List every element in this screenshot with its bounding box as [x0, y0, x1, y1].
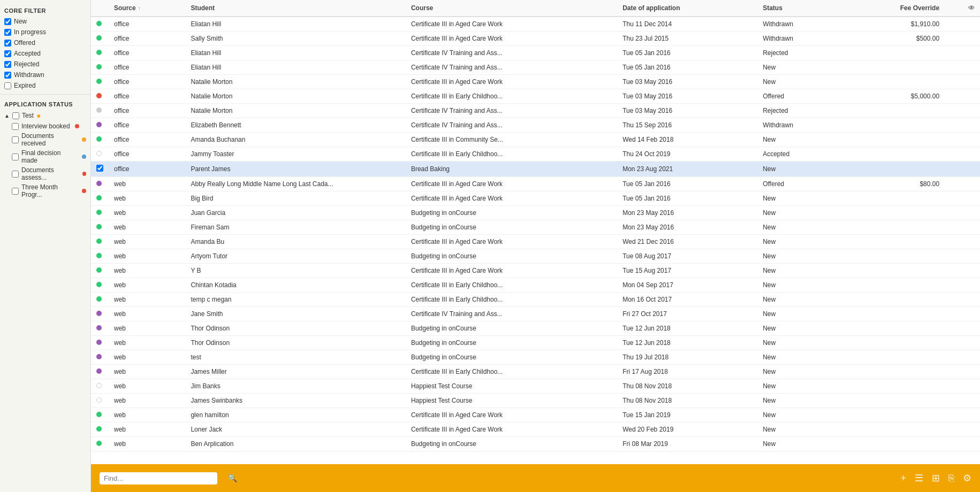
filter-checkbox-3[interactable]: [4, 50, 11, 57]
table-container[interactable]: Source ↑ Student Course Date of applicat…: [91, 0, 980, 464]
table-row[interactable]: web Juan Garcia Budgeting in onCourse Mo…: [91, 206, 980, 220]
row-student-9[interactable]: Jammy Toaster: [185, 147, 406, 162]
app-status-child-checkbox-1[interactable]: [12, 136, 19, 143]
filter-checkbox-2[interactable]: [4, 40, 11, 47]
filter-checkbox-0[interactable]: [4, 18, 11, 25]
table-row[interactable]: web test Budgeting in onCourse Thu 19 Ju…: [91, 350, 980, 365]
table-row[interactable]: web Y B Certificate III in Aged Care Wor…: [91, 264, 980, 278]
row-checkbox-10[interactable]: [96, 165, 103, 172]
row-student-2[interactable]: Eliatan Hill: [185, 46, 406, 60]
row-student-28[interactable]: Loner Jack: [185, 422, 406, 437]
settings-icon[interactable]: ⚙: [963, 472, 971, 484]
app-status-parent[interactable]: ▲Test●: [0, 110, 90, 121]
grid-view-icon[interactable]: ⊞: [932, 472, 940, 484]
row-student-29[interactable]: Ben Arplication: [185, 437, 406, 451]
row-student-15[interactable]: Amanda Bu: [185, 235, 406, 249]
share-icon[interactable]: ⎘: [948, 473, 954, 484]
search-bar[interactable]: [100, 472, 217, 485]
app-status-child-checkbox-0[interactable]: [12, 123, 19, 130]
table-row[interactable]: web Jim Banks Happiest Test Course Thu 0…: [91, 379, 980, 394]
app-status-child-checkbox-2[interactable]: [12, 153, 19, 160]
table-row[interactable]: web Amanda Bu Certificate III in Aged Ca…: [91, 235, 980, 249]
sidebar-filter-offered[interactable]: Offered: [0, 37, 90, 48]
list-view-icon[interactable]: ☰: [915, 472, 923, 484]
app-status-child-1[interactable]: Documents received: [0, 131, 90, 148]
table-row[interactable]: web Chintan Kotadia Certificate III in E…: [91, 278, 980, 293]
th-source[interactable]: Source ↑: [109, 0, 185, 17]
row-student-16[interactable]: Artyom Tutor: [185, 249, 406, 264]
row-student-0[interactable]: Eliatan Hill: [185, 17, 406, 32]
filter-checkbox-5[interactable]: [4, 72, 11, 79]
row-student-1[interactable]: Sally Smith: [185, 32, 406, 46]
app-status-child-checkbox-4[interactable]: [12, 188, 19, 195]
filter-checkbox-1[interactable]: [4, 29, 11, 36]
table-row[interactable]: office Sally Smith Certificate III in Ag…: [91, 32, 980, 46]
row-student-20[interactable]: Jane Smith: [185, 307, 406, 321]
table-row[interactable]: office Elizabeth Bennett Certificate IV …: [91, 118, 980, 133]
th-course[interactable]: Course: [406, 0, 617, 17]
table-row[interactable]: office Natalie Morton Certificate III in…: [91, 75, 980, 89]
row-student-5[interactable]: Natalie Morton: [185, 89, 406, 104]
table-row[interactable]: office Natalie Morton Certificate IV Tra…: [91, 104, 980, 118]
table-row[interactable]: office Parent James Bread Baking Mon 23 …: [91, 162, 980, 177]
table-row[interactable]: web Abby Really Long Middle Name Long La…: [91, 177, 980, 191]
th-student[interactable]: Student: [185, 0, 406, 17]
search-input[interactable]: [104, 474, 195, 482]
row-student-19[interactable]: temp c megan: [185, 293, 406, 307]
th-fee[interactable]: Fee Override: [842, 0, 945, 17]
table-row[interactable]: office Natalie Morton Certificate III in…: [91, 89, 980, 104]
table-row[interactable]: web Ben Arplication Budgeting in onCours…: [91, 437, 980, 451]
table-row[interactable]: office Jammy Toaster Certificate III in …: [91, 147, 980, 162]
table-row[interactable]: web Thor Odinson Budgeting in onCourse T…: [91, 336, 980, 350]
row-student-17[interactable]: Y B: [185, 264, 406, 278]
sidebar-filter-withdrawn[interactable]: Withdrawn: [0, 70, 90, 80]
app-status-parent-checkbox[interactable]: [12, 112, 19, 119]
row-student-14[interactable]: Fireman Sam: [185, 220, 406, 235]
row-student-3[interactable]: Eliatan Hill: [185, 60, 406, 75]
row-student-11[interactable]: Abby Really Long Middle Name Long Last C…: [185, 177, 406, 191]
th-date[interactable]: Date of application: [617, 0, 757, 17]
row-student-12[interactable]: Big Bird: [185, 191, 406, 206]
row-student-23[interactable]: test: [185, 350, 406, 365]
table-row[interactable]: office Eliatan Hill Certificate IV Train…: [91, 60, 980, 75]
filter-checkbox-4[interactable]: [4, 61, 11, 68]
sidebar-filter-in-progress[interactable]: In progress: [0, 27, 90, 37]
row-student-27[interactable]: glen hamilton: [185, 408, 406, 422]
app-status-child-checkbox-3[interactable]: [12, 171, 19, 178]
row-student-6[interactable]: Natalie Morton: [185, 104, 406, 118]
sidebar-filter-new[interactable]: New: [0, 16, 90, 27]
th-status[interactable]: Status: [757, 0, 842, 17]
row-checkbox-cell-10[interactable]: [91, 162, 109, 177]
app-status-child-0[interactable]: Interview booked: [0, 121, 90, 131]
table-row[interactable]: web glen hamilton Certificate III in Age…: [91, 408, 980, 422]
row-student-22[interactable]: Thor Odinson: [185, 336, 406, 350]
table-row[interactable]: web Big Bird Certificate III in Aged Car…: [91, 191, 980, 206]
app-status-child-3[interactable]: Documents assess...: [0, 165, 90, 182]
row-student-26[interactable]: James Swinbanks: [185, 394, 406, 408]
row-student-7[interactable]: Elizabeth Bennett: [185, 118, 406, 133]
row-student-25[interactable]: Jim Banks: [185, 379, 406, 394]
search-button[interactable]: 🔍: [224, 472, 241, 485]
table-row[interactable]: web Thor Odinson Budgeting in onCourse T…: [91, 321, 980, 336]
row-student-8[interactable]: Amanda Buchanan: [185, 133, 406, 147]
row-student-13[interactable]: Juan Garcia: [185, 206, 406, 220]
row-student-21[interactable]: Thor Odinson: [185, 321, 406, 336]
table-row[interactable]: web James Swinbanks Happiest Test Course…: [91, 394, 980, 408]
app-status-child-2[interactable]: Final decision made: [0, 148, 90, 165]
table-row[interactable]: web temp c megan Certificate III in Earl…: [91, 293, 980, 307]
row-student-10[interactable]: Parent James: [185, 162, 406, 177]
sidebar-filter-expired[interactable]: Expired: [0, 80, 90, 91]
sidebar-filter-rejected[interactable]: Rejected: [0, 59, 90, 70]
table-row[interactable]: web Loner Jack Certificate III in Aged C…: [91, 422, 980, 437]
table-row[interactable]: office Eliatan Hill Certificate III in A…: [91, 17, 980, 32]
table-row[interactable]: web Jane Smith Certificate IV Training a…: [91, 307, 980, 321]
row-student-18[interactable]: Chintan Kotadia: [185, 278, 406, 293]
table-row[interactable]: office Amanda Buchanan Certificate III i…: [91, 133, 980, 147]
filter-checkbox-6[interactable]: [4, 82, 11, 89]
table-row[interactable]: office Eliatan Hill Certificate IV Train…: [91, 46, 980, 60]
sidebar-filter-accepted[interactable]: Accepted: [0, 48, 90, 59]
table-row[interactable]: web James Miller Certificate III in Earl…: [91, 365, 980, 379]
row-student-4[interactable]: Natalie Morton: [185, 75, 406, 89]
table-row[interactable]: web Fireman Sam Budgeting in onCourse Mo…: [91, 220, 980, 235]
row-student-24[interactable]: James Miller: [185, 365, 406, 379]
